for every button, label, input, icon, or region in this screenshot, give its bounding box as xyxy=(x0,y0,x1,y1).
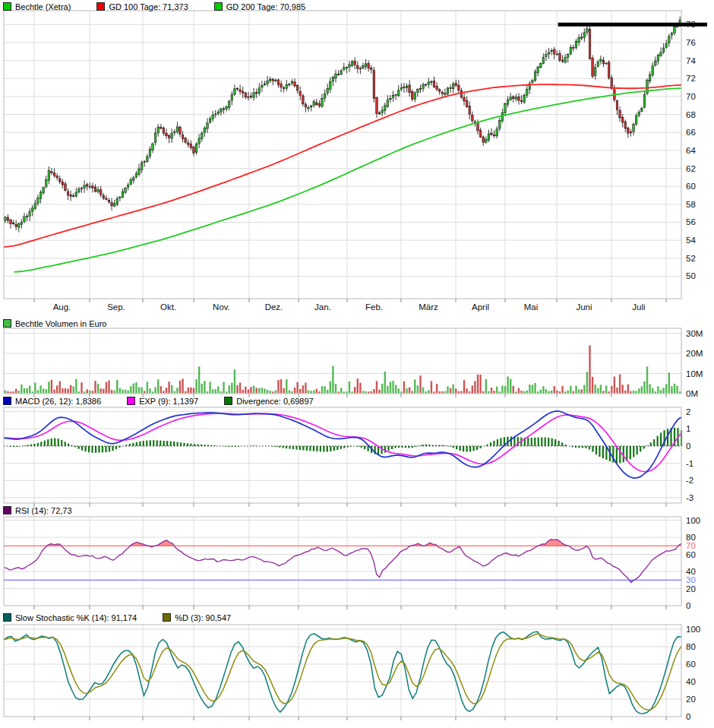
svg-text:40: 40 xyxy=(686,567,696,576)
svg-text:-1: -1 xyxy=(686,459,693,468)
exp-swatch-icon xyxy=(127,397,135,405)
svg-text:Aug.: Aug. xyxy=(53,302,71,312)
stoch-legend: Slow Stochastic %K (14): 91,174 %D (3): … xyxy=(3,612,257,622)
svg-text:100: 100 xyxy=(686,516,700,525)
svg-text:80: 80 xyxy=(686,642,696,651)
volume-swatch-icon xyxy=(3,319,11,328)
rsi-legend: RSI (14): 72,73 xyxy=(3,505,98,515)
legend-item: RSI (14): 72,73 xyxy=(3,506,72,515)
legend-item: Divergence: 0,69897 xyxy=(224,397,314,406)
svg-text:20: 20 xyxy=(686,695,696,704)
svg-text:64: 64 xyxy=(686,146,696,155)
instrument-swatch-icon xyxy=(3,2,11,11)
svg-text:Dez.: Dez. xyxy=(265,302,283,312)
svg-text:74: 74 xyxy=(686,56,696,65)
volume-label: Bechtle Volumen in Euro xyxy=(15,319,106,328)
stoch-k-swatch-icon xyxy=(3,613,11,622)
exp-label: EXP (9): 1,1397 xyxy=(139,397,198,406)
svg-text:0: 0 xyxy=(686,712,690,721)
volume-legend: Bechtle Volumen in Euro xyxy=(3,318,132,328)
svg-text:März: März xyxy=(419,302,438,312)
svg-text:68: 68 xyxy=(686,110,696,119)
legend-item: EXP (9): 1,1397 xyxy=(127,397,198,406)
stoch-k-label: Slow Stochastic %K (14): 91,174 xyxy=(15,613,137,622)
legend-item: Bechtle (Xetra) xyxy=(3,2,71,11)
svg-text:70: 70 xyxy=(686,541,696,550)
svg-text:60: 60 xyxy=(686,182,696,191)
svg-text:60: 60 xyxy=(686,550,696,559)
stoch-d-swatch-icon xyxy=(163,613,171,622)
svg-text:Sep.: Sep. xyxy=(107,302,125,312)
divergence-swatch-icon xyxy=(224,397,232,405)
divergence-label: Divergence: 0,69897 xyxy=(236,397,314,406)
svg-text:76: 76 xyxy=(686,38,696,47)
svg-text:60: 60 xyxy=(686,660,696,669)
legend-item: %D (3): 90,547 xyxy=(163,613,231,622)
svg-text:70: 70 xyxy=(686,92,696,101)
instrument-label: Bechtle (Xetra) xyxy=(15,2,71,11)
legend-item: GD 100 Tage: 71,373 xyxy=(96,2,188,11)
svg-text:100: 100 xyxy=(686,625,700,634)
legend-item: Bechtle Volumen in Euro xyxy=(3,319,106,328)
gd100-swatch-icon xyxy=(96,2,105,11)
svg-text:80: 80 xyxy=(686,533,696,542)
svg-text:56: 56 xyxy=(686,217,696,226)
gd200-swatch-icon xyxy=(214,2,223,11)
svg-text:72: 72 xyxy=(686,74,696,83)
svg-text:52: 52 xyxy=(686,254,696,263)
stoch-d-label: %D (3): 90,547 xyxy=(175,613,231,622)
rsi-label: RSI (14): 72,73 xyxy=(15,506,72,515)
legend-item: GD 200 Tage: 70,985 xyxy=(214,2,305,11)
svg-text:40: 40 xyxy=(686,677,696,686)
svg-text:0M: 0M xyxy=(686,389,698,398)
svg-text:Feb.: Feb. xyxy=(365,302,383,312)
svg-text:Juni: Juni xyxy=(576,302,592,312)
gd100-label: GD 100 Tage: 71,373 xyxy=(109,2,188,11)
svg-text:0: 0 xyxy=(686,442,690,451)
svg-text:20: 20 xyxy=(686,584,696,593)
svg-text:10M: 10M xyxy=(686,369,703,378)
macd-label: MACD (26, 12): 1,8386 xyxy=(15,397,101,406)
price-legend: Bechtle (Xetra) GD 100 Tage: 71,373 GD 2… xyxy=(3,2,331,11)
svg-text:50: 50 xyxy=(686,271,696,280)
svg-text:Nov.: Nov. xyxy=(213,302,230,312)
rsi-swatch-icon xyxy=(3,506,11,514)
svg-text:-3: -3 xyxy=(686,493,693,502)
svg-text:30: 30 xyxy=(686,575,696,584)
svg-text:2: 2 xyxy=(686,407,690,416)
legend-item: MACD (26, 12): 1,8386 xyxy=(3,397,101,406)
svg-text:1: 1 xyxy=(686,424,690,433)
stock-chart-page: 787674727068666462605856545250Aug.Sep.Ok… xyxy=(0,0,714,728)
macd-legend: MACD (26, 12): 1,8386 EXP (9): 1,1397 Di… xyxy=(3,396,340,406)
gd200-label: GD 200 Tage: 70,985 xyxy=(226,2,305,11)
svg-text:-2: -2 xyxy=(686,476,693,485)
svg-text:Mai: Mai xyxy=(524,302,539,312)
svg-text:54: 54 xyxy=(686,236,696,245)
svg-text:58: 58 xyxy=(686,200,696,209)
svg-text:April: April xyxy=(472,302,489,312)
svg-text:Okt.: Okt. xyxy=(160,302,176,312)
svg-text:30M: 30M xyxy=(686,329,703,338)
svg-text:Juli: Juli xyxy=(632,302,645,312)
svg-text:62: 62 xyxy=(686,164,696,173)
svg-text:Jan.: Jan. xyxy=(314,302,331,312)
legend-item: Slow Stochastic %K (14): 91,174 xyxy=(3,613,137,622)
svg-text:0: 0 xyxy=(686,601,690,610)
svg-text:66: 66 xyxy=(686,128,696,137)
svg-text:20M: 20M xyxy=(686,349,703,358)
macd-swatch-icon xyxy=(3,397,11,405)
